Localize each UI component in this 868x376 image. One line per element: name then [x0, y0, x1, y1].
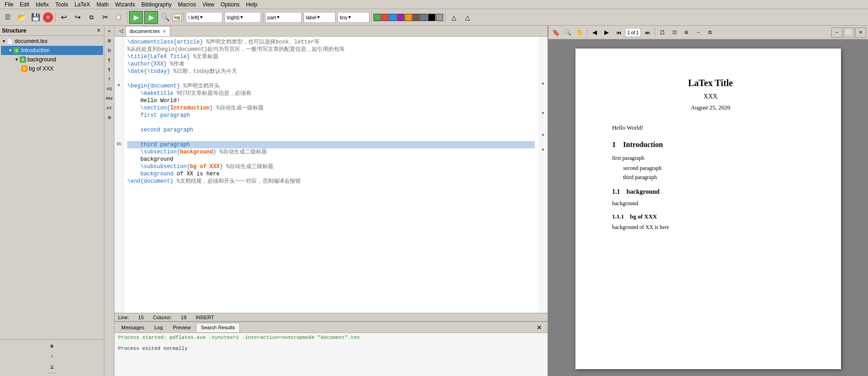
triangle-up-icon[interactable]: △	[447, 11, 460, 24]
left-tool-7[interactable]: AS	[105, 84, 114, 93]
editor-tab-document[interactable]: document.tex ✕	[125, 26, 170, 36]
editor-nav-back[interactable]: ◁	[116, 27, 125, 36]
menu-file[interactable]: File	[2, 0, 16, 9]
fold-12[interactable]	[115, 118, 123, 125]
format-icon-5[interactable]	[405, 14, 412, 21]
redo-button[interactable]: ↪	[71, 11, 84, 24]
fold-2[interactable]	[115, 45, 123, 52]
menu-help[interactable]: Help	[243, 0, 260, 9]
fold-3[interactable]	[115, 52, 123, 60]
fold-1[interactable]	[115, 38, 123, 45]
left-tool-4[interactable]: ¶	[105, 55, 114, 65]
paste-button[interactable]: 📋	[112, 11, 125, 24]
preview-zoom-selection[interactable]: ⊞	[681, 27, 692, 38]
cut-button[interactable]: ✂	[98, 11, 111, 24]
left-tool-3[interactable]: ⊟	[105, 46, 114, 55]
preview-close-button[interactable]: ✕	[855, 27, 866, 38]
menu-wizards[interactable]: Wizards	[112, 0, 137, 9]
left-tool-10[interactable]: ⚙	[105, 113, 114, 122]
run-button[interactable]: ▶	[129, 11, 143, 24]
tree-root[interactable]: ▼ 📄 document.tex	[1, 37, 103, 46]
fold-6[interactable]	[115, 74, 123, 82]
preview-nav-end[interactable]: ⏭	[642, 27, 653, 38]
left-paren-dropdown[interactable]: \ left( ▾	[186, 12, 222, 23]
label-dropdown[interactable]: label ▾	[304, 12, 336, 23]
menu-latex[interactable]: LaTeX	[72, 0, 93, 9]
format-icon-3[interactable]	[389, 14, 396, 21]
tree-item-bgofxxx[interactable]: S bg of XXX	[1, 64, 103, 73]
log-button[interactable]: log	[173, 14, 182, 21]
tab-preview[interactable]: Preview	[168, 323, 196, 332]
format-icon-9[interactable]	[436, 14, 443, 21]
close-button[interactable]: ✕	[43, 12, 53, 22]
preview-nav-forward[interactable]: ▶	[601, 27, 612, 38]
left-tool-9[interactable]: XY	[105, 104, 114, 113]
tab-search-results[interactable]: Search Results	[196, 323, 240, 332]
format-icon-7[interactable]	[420, 14, 428, 21]
size-dropdown[interactable]: tiny ▾	[337, 12, 369, 23]
fold-10[interactable]	[115, 104, 123, 111]
open-button[interactable]: 📂	[16, 11, 28, 24]
structure-close-button[interactable]: ✕	[95, 27, 102, 34]
menu-math[interactable]: Math	[94, 0, 112, 9]
preview-copy-page[interactable]: ⧉	[705, 27, 716, 38]
left-tool-8[interactable]: RM	[105, 94, 114, 103]
struct-icon-1[interactable]: B	[48, 342, 57, 351]
part-dropdown[interactable]: part ▾	[265, 12, 302, 23]
fold-14[interactable]	[115, 133, 123, 140]
save-button[interactable]: 💾	[29, 11, 42, 24]
preview-maximize-button[interactable]: ⬜	[843, 27, 854, 38]
format-icon-6[interactable]	[412, 14, 420, 21]
fold-5[interactable]	[115, 67, 123, 74]
menu-idefix[interactable]: Idefix	[33, 0, 52, 9]
new-button[interactable]: 🗎	[2, 11, 15, 24]
left-tool-2[interactable]: ⊞	[105, 36, 114, 45]
undo-button[interactable]: ↩	[57, 11, 70, 24]
left-tool-5[interactable]: ¶	[105, 65, 114, 74]
left-tool-1[interactable]: ≡	[105, 27, 114, 36]
rfold-11[interactable]: ▼	[541, 111, 545, 118]
fold-11[interactable]	[115, 111, 123, 118]
preview-zoom-out[interactable]: 🗋	[657, 27, 668, 38]
preview-hand-button[interactable]: ✋	[574, 27, 585, 38]
tree-item-introduction[interactable]: ▼ S Introduction	[1, 46, 103, 55]
fold-8[interactable]	[115, 89, 123, 96]
preview-bookmark-icon[interactable]: 🔖	[550, 27, 561, 38]
format-icon-8[interactable]	[428, 14, 435, 21]
fold-4[interactable]	[115, 60, 123, 67]
preview-zoom-width[interactable]: ↔	[693, 27, 704, 38]
menu-edit[interactable]: Edit	[17, 0, 32, 9]
right-paren-dropdown[interactable]: \right) ▾	[224, 12, 261, 23]
fold-9[interactable]	[115, 96, 123, 104]
format-icon-1[interactable]	[374, 14, 381, 21]
search-button[interactable]: 🔍	[159, 11, 172, 24]
editor-content[interactable]: \documentclass{article} %声明文档类型，也可以选择boo…	[124, 37, 538, 313]
format-icon-4[interactable]	[397, 14, 404, 21]
preview-nav-back[interactable]: ◀	[589, 27, 600, 38]
tree-item-background[interactable]: ▼ S background	[1, 55, 103, 64]
fold-7[interactable]: ▼	[115, 82, 123, 89]
editor-tab-close-button[interactable]: ✕	[163, 29, 166, 34]
triangle-down-icon[interactable]: △	[461, 11, 474, 24]
rfold-16[interactable]: ▼	[541, 147, 545, 155]
struct-icon-2[interactable]: I	[48, 352, 57, 361]
format-icon-2[interactable]	[381, 14, 389, 21]
preview-minimize-button[interactable]: ─	[831, 27, 842, 38]
rfold-7[interactable]: ▼	[541, 82, 545, 89]
preview-fit-page[interactable]: ⊡	[669, 27, 680, 38]
tab-log[interactable]: Log	[149, 323, 168, 332]
menu-macros[interactable]: Macros	[175, 0, 199, 9]
preview-search-button[interactable]: 🔍	[562, 27, 573, 38]
left-tool-6[interactable]: T	[105, 75, 114, 84]
struct-icon-3[interactable]: U	[48, 362, 57, 371]
menu-view[interactable]: View	[200, 0, 217, 9]
menu-options[interactable]: Options	[218, 0, 242, 9]
preview-nav-start[interactable]: ⏮	[613, 27, 624, 38]
run-fast-button[interactable]: ▶	[144, 11, 158, 24]
rfold-14[interactable]: ▼	[541, 133, 545, 140]
menu-tools[interactable]: Tools	[53, 0, 71, 9]
menu-bibliography[interactable]: Bibliography	[139, 0, 174, 9]
fold-13[interactable]	[115, 125, 123, 133]
tab-messages[interactable]: Messages	[116, 323, 149, 332]
copy-button[interactable]: ⧉	[85, 11, 98, 24]
